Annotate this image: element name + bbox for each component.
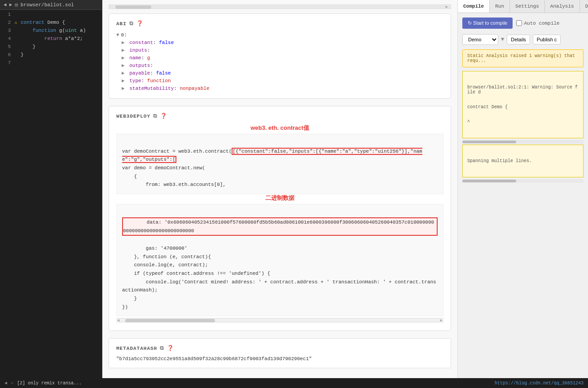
abi-item-inputs[interactable]: ▶ inputs: — [116, 46, 443, 54]
metadatahash-label: METADATAHASH — [116, 346, 157, 351]
warning-box-3: Spanning multiple lines. — [462, 145, 584, 177]
contract-line: var demoContract = web3.eth.contract([{"… — [122, 148, 422, 188]
web3deploy-scrollbar[interactable]: ◄ ► — [116, 318, 443, 322]
publish-button[interactable]: Publish c — [533, 35, 561, 44]
nav-fwd-btn[interactable]: ► — [9, 2, 13, 8]
abi-item-constant[interactable]: ▶ constant: false — [116, 39, 443, 46]
warning2-scrollbar-thumb — [462, 180, 516, 182]
bottom-expand-icon[interactable]: ◄ — [4, 381, 7, 386]
metadatahash-help-icon[interactable]: ❓ — [167, 345, 174, 352]
abi-root-node[interactable]: ▼ 0: — [116, 31, 443, 39]
warning-box-1: Static Analysis raised 1 warning(s) that… — [462, 49, 584, 67]
tab-compile[interactable]: Compile — [458, 0, 490, 13]
code-line-4: 4 return a*a*2; — [0, 36, 102, 44]
tab-run[interactable]: Run — [490, 0, 510, 13]
right-content: ↻ Start to compile Auto compile Demo ▼ D… — [458, 13, 588, 388]
metadatahash-value: "b7d1a5cc793052cc2e9551a8d509f32a28c99b6… — [116, 356, 443, 362]
auto-compile-label: Auto compile — [524, 21, 559, 26]
scroll-right-arrow[interactable]: ► — [446, 5, 448, 9]
editor-panel: ◄ ► ▤ browser/ballot.sol 1 2 ⚠ contract … — [0, 0, 102, 388]
web3deploy-scrollbar-thumb — [125, 319, 215, 322]
code-line-5: 5 } — [0, 44, 102, 52]
tab-settings[interactable]: Settings — [510, 0, 545, 13]
metadatahash-copy-icon[interactable]: ⧉ — [160, 345, 164, 352]
right-panel: Compile Run Settings Analysis Debugger ↻… — [458, 0, 588, 388]
bottom-link[interactable]: https://blog.csdn.net/qq_36651243 — [495, 381, 584, 386]
abi-copy-icon[interactable]: ⧉ — [129, 21, 134, 27]
bottom-right: https://blog.csdn.net/qq_36651243 — [495, 380, 584, 386]
abi-section: ABI ⧉ ❓ ▼ 0: ▶ constant: false ▶ inputs:… — [109, 13, 451, 99]
data-value: data: '0x6060604052341561000f57600080fd5… — [122, 217, 438, 236]
chevron-down-icon: ▼ — [501, 36, 504, 43]
web3deploy-code[interactable]: var demoContract = web3.eth.contract([{"… — [116, 134, 443, 194]
nav-back-btn[interactable]: ◄ — [4, 2, 7, 8]
metadatahash-header: METADATAHASH ⧉ ❓ — [116, 345, 443, 352]
main-panel[interactable]: ► ABI ⧉ ❓ ▼ 0: ▶ constant: false ▶ input… — [102, 0, 458, 388]
binary-annotation: 二进制数据 — [265, 194, 294, 201]
start-to-compile-button[interactable]: ↻ Start to compile — [462, 18, 513, 29]
right-tabs: Compile Run Settings Analysis Debugger — [458, 0, 588, 13]
auto-compile-toggle: Auto compile — [516, 20, 559, 26]
code-line-1: 1 — [0, 12, 102, 20]
bottom-bar: ◄ ○ [2] only remix transa... https://blo… — [0, 378, 588, 388]
bottom-status-circle-icon: ○ — [11, 381, 13, 386]
web3deploy-copy-icon[interactable]: ⧉ — [153, 113, 158, 119]
abi-root-label: 0: — [121, 32, 127, 38]
metadatahash-section: METADATAHASH ⧉ ❓ "b7d1a5cc793052cc2e9551… — [109, 338, 451, 368]
abi-item-type[interactable]: ▶ type: function — [116, 77, 443, 84]
code-line-7: 7 — [0, 60, 102, 68]
warning-line-2: contract Demo { — [467, 105, 579, 110]
web3deploy-data[interactable]: data: '0x6060604052341561000f57600080fd5… — [116, 204, 443, 316]
abi-header: ABI ⧉ ❓ — [116, 20, 443, 27]
abi-tree-toggle[interactable]: ▼ — [116, 32, 119, 38]
contract-select-row: Demo ▼ Details Publish c — [462, 34, 584, 45]
web3deploy-label: WEB3DEPLOY — [116, 114, 150, 119]
web3deploy-help-icon[interactable]: ❓ — [160, 113, 167, 119]
code-line-3: 3 function g(uint a) — [0, 28, 102, 36]
contract-select[interactable]: Demo — [462, 34, 498, 45]
tab-analysis[interactable]: Analysis — [545, 0, 580, 13]
abi-item-outputs[interactable]: ▶ outputs: — [116, 62, 443, 69]
spanning-text: Spanning multiple lines. — [467, 159, 579, 163]
bottom-left: ◄ ○ [2] only remix transa... — [4, 381, 82, 386]
abi-item-name[interactable]: ▶ name: g — [116, 54, 443, 62]
warning-text-1: Static Analysis raised 1 warning(s) that… — [467, 53, 575, 63]
abi-help-icon[interactable]: ❓ — [136, 20, 144, 27]
warning-line-3: ^ — [467, 119, 579, 124]
warning-scrollbar[interactable] — [462, 140, 584, 144]
web3-annotation: web3. eth. contract值 — [250, 124, 309, 131]
compile-controls-row: ↻ Start to compile Auto compile — [462, 18, 584, 29]
main-scrollbar-thumb — [115, 5, 151, 9]
web3deploy-section: WEB3DEPLOY ⧉ ❓ web3. eth. contract值 var … — [109, 106, 451, 331]
warning2-scrollbar[interactable] — [462, 179, 584, 183]
auto-compile-checkbox[interactable] — [516, 20, 522, 26]
warning-scrollbar-thumb — [462, 141, 516, 143]
layout-icon: ▤ — [15, 2, 18, 8]
scroll-right-arrow2-icon[interactable]: ► — [440, 318, 443, 323]
code-rest: gas: '4700000' }, function (e, contract)… — [122, 246, 436, 310]
abi-item-statemutability[interactable]: ▶ stateMutability: nonpayable — [116, 84, 443, 92]
abi-tree: ▼ 0: ▶ constant: false ▶ inputs: ▶ name:… — [116, 31, 443, 92]
bottom-status-text: [2] only remix transa... — [17, 381, 82, 386]
editor-header: ◄ ► ▤ browser/ballot.sol — [0, 0, 102, 10]
code-line-6: 6 } — [0, 52, 102, 60]
code-line-2: 2 ⚠ contract Demo { — [0, 20, 102, 28]
main-top-scrollbar[interactable]: ► — [109, 4, 451, 9]
editor-filename: browser/ballot.sol — [21, 2, 74, 8]
scroll-left-arrow-icon[interactable]: ◄ — [117, 318, 119, 323]
details-button[interactable]: Details — [507, 35, 530, 44]
warning-box-2: browser/ballot.sol:2:1: Warning: Source … — [462, 71, 584, 138]
warning-line-1: browser/ballot.sol:2:1: Warning: Source … — [467, 85, 579, 95]
web3deploy-header: WEB3DEPLOY ⧉ ❓ — [116, 113, 443, 119]
abi-label: ABI — [116, 21, 127, 26]
abi-item-payable[interactable]: ▶ payable: false — [116, 69, 443, 77]
web3-annotation-row: web3. eth. contract值 — [116, 124, 443, 132]
tab-debugger[interactable]: Debugger — [580, 0, 588, 13]
editor-code[interactable]: 1 2 ⚠ contract Demo { 3 function g(uint … — [0, 10, 102, 379]
binary-annotation-row: 二进制数据 — [116, 194, 443, 202]
